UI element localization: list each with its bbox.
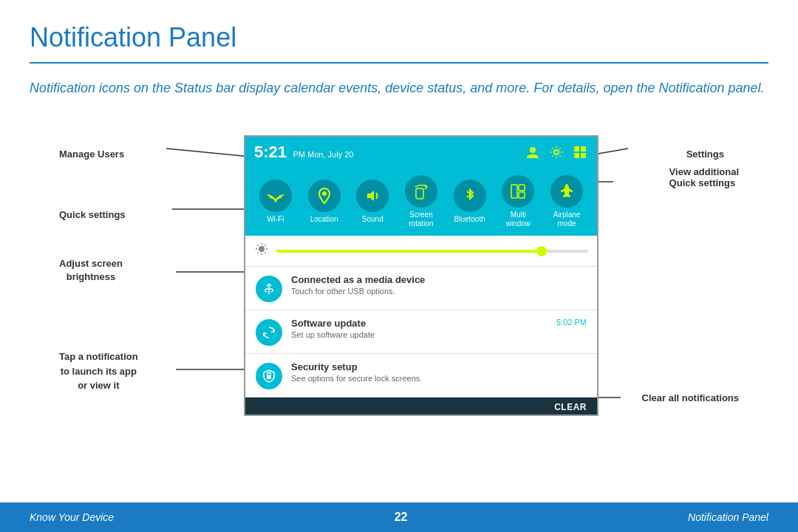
qs-sound-label: Sound [362, 215, 383, 224]
brightness-thumb [536, 246, 547, 256]
header-icon-grid [572, 144, 588, 160]
notif-sub-usb: Touch for other USB options. [291, 287, 587, 296]
brightness-fill [276, 250, 542, 253]
notif-sub-update: Set up software update [291, 330, 548, 339]
qs-bluetooth-label: Bluetooth [454, 215, 485, 224]
annotation-adjust-brightness: Adjust screenbrightness [59, 257, 123, 284]
footer: Know Your Device 22 Notification Panel [0, 502, 798, 532]
annotation-manage-users: Manage Users [59, 149, 124, 160]
qs-location-icon [308, 180, 341, 212]
notif-title-security: Security setup [291, 361, 587, 372]
notif-content-usb: Connected as a media device Touch for ot… [291, 274, 587, 296]
svg-line-32 [265, 245, 265, 245]
qs-wifi[interactable]: Wi-Fi [259, 180, 292, 224]
notif-time-update: 5:02 PM [556, 318, 587, 327]
clear-button[interactable]: CLEAR [554, 402, 587, 412]
svg-point-11 [530, 147, 536, 153]
qs-multiwindow-icon [502, 175, 534, 208]
brightness-track[interactable] [276, 250, 588, 253]
header-icon-user [525, 144, 541, 160]
quick-settings-row: Wi-Fi Location Sound [245, 168, 597, 236]
svg-rect-21 [511, 185, 517, 198]
svg-marker-19 [367, 191, 374, 201]
svg-rect-14 [581, 146, 586, 151]
svg-line-31 [257, 252, 258, 253]
qs-multiwindow-label: Multiwindow [506, 211, 531, 228]
svg-point-24 [259, 246, 265, 252]
header-icon-settings [548, 144, 565, 160]
qs-bluetooth-icon [454, 180, 486, 212]
notif-content-security: Security setup See options for secure lo… [291, 361, 587, 383]
notif-content-update: Software update Set up software update [291, 318, 548, 339]
svg-rect-22 [519, 185, 525, 191]
clear-bar: CLEAR [245, 398, 597, 416]
brightness-bar [245, 236, 597, 267]
svg-rect-23 [519, 192, 525, 198]
notification-usb[interactable]: Connected as a media device Touch for ot… [245, 267, 597, 310]
qs-airplane-icon [550, 175, 583, 208]
phone-panel: 5:21 PM Mon, July 20 [244, 135, 598, 416]
svg-line-30 [265, 252, 265, 253]
notif-icon-usb [256, 276, 282, 302]
notif-title-update: Software update [291, 318, 548, 329]
notif-icon-security [256, 363, 282, 389]
title-divider [30, 62, 768, 64]
qs-rotation-label: Screenrotation [409, 211, 433, 228]
qs-sound-icon [356, 180, 389, 212]
qs-bluetooth[interactable]: Bluetooth [454, 180, 486, 224]
annotation-clear-all: Clear all notifications [642, 392, 739, 403]
diagram-area: Manage Users Settings View additionalQui… [30, 120, 768, 460]
annotation-view-additional: View additionalQuick settings [669, 166, 739, 188]
notification-security[interactable]: Security setup See options for secure lo… [245, 354, 597, 398]
annotation-settings: Settings [686, 149, 724, 160]
qs-location[interactable]: Location [308, 180, 341, 224]
svg-point-18 [322, 191, 327, 196]
qs-wifi-label: Wi-Fi [267, 215, 284, 224]
footer-left: Know Your Device [30, 511, 114, 523]
panel-time: 5:21 PM Mon, July 20 [254, 143, 353, 162]
notification-update[interactable]: Software update Set up software update 5… [245, 310, 597, 354]
svg-rect-15 [574, 153, 579, 158]
annotation-quick-settings: Quick settings [59, 209, 126, 220]
qs-multiwindow[interactable]: Multiwindow [502, 175, 534, 228]
notif-sub-security: See options for secure lock screens. [291, 374, 587, 383]
qs-location-label: Location [310, 215, 338, 224]
notif-icon-update [256, 319, 282, 346]
annotation-tap-notification: Tap a notificationto launch its appor vi… [59, 349, 138, 393]
qs-rotation[interactable]: Screenrotation [405, 175, 437, 228]
svg-point-12 [554, 150, 559, 154]
qs-airplane[interactable]: Airplanemode [550, 175, 583, 228]
notif-title-usb: Connected as a media device [291, 274, 587, 285]
qs-rotation-icon [405, 175, 437, 208]
svg-rect-16 [581, 153, 586, 158]
svg-line-29 [257, 245, 258, 245]
svg-rect-13 [574, 146, 579, 151]
footer-page-number: 22 [395, 511, 408, 524]
svg-rect-20 [416, 188, 423, 199]
qs-sound[interactable]: Sound [356, 180, 389, 224]
brightness-icon [254, 242, 269, 260]
page-title: Notification Panel [30, 22, 768, 53]
panel-header-icons [525, 144, 588, 160]
panel-header: 5:21 PM Mon, July 20 [245, 137, 597, 168]
svg-rect-33 [267, 375, 271, 379]
page-subtitle: Notification icons on the Status bar dis… [30, 78, 768, 98]
footer-right: Notification Panel [688, 511, 768, 523]
qs-airplane-label: Airplanemode [553, 211, 581, 228]
qs-wifi-icon [259, 180, 292, 212]
svg-point-17 [274, 200, 276, 202]
